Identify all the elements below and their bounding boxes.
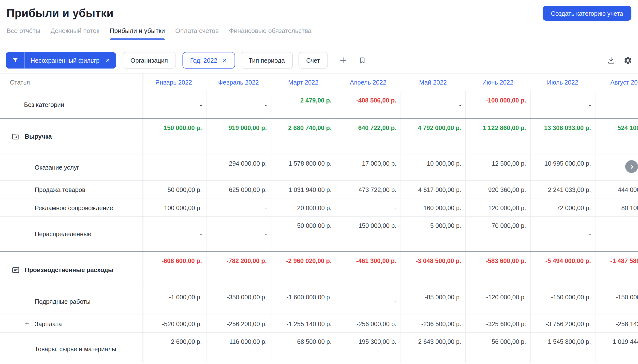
month-column-header[interactable]: Апрель 2022 xyxy=(336,79,401,86)
value-cell: 920 360,00 р. xyxy=(466,181,530,198)
month-column-header[interactable]: Февраль 2022 xyxy=(206,79,271,86)
scroll-right-button[interactable] xyxy=(625,160,638,173)
value-cell: -258 142,00 р. xyxy=(595,315,638,332)
value-cell: 17 000,00 р. xyxy=(336,154,401,180)
value-cell: 100 000,00 р. xyxy=(141,199,206,216)
value-cell: - xyxy=(141,91,206,118)
value-cell: -461 300,00 р. xyxy=(336,252,401,288)
value-cell: -408 506,00 р. xyxy=(336,91,401,118)
value-cell: 1 122 860,00 р. xyxy=(466,119,530,154)
unsaved-filter-chip[interactable]: Несохраненный фильтр xyxy=(6,52,116,68)
value-cell: 20 000,00 р. xyxy=(271,199,336,216)
row-label-cell: Выручка xyxy=(0,119,141,154)
month-column-header[interactable]: Июль 2022 xyxy=(530,79,595,86)
tab[interactable]: Все отчёты xyxy=(7,27,40,40)
table-row[interactable]: Продажа товаров50 000,00 р.625 000,00 р.… xyxy=(0,180,638,198)
value-cell: - xyxy=(336,288,401,314)
table-row[interactable]: Подрядные работы-1 000,00 р.-350 000,00 … xyxy=(0,288,638,314)
row-label: Нераспределенные xyxy=(35,230,91,238)
report-table: Статья Январь 2022Февраль 2022Март 2022А… xyxy=(0,74,638,363)
value-cell: -2 643 000,00 р. xyxy=(400,333,466,363)
month-column-header[interactable]: Март 2022 xyxy=(271,79,336,86)
value-cell: 473 722,00 р. xyxy=(336,181,401,198)
revenue-category-icon xyxy=(12,132,20,140)
value-cell: -2 960 020,00 р. xyxy=(271,252,336,288)
value-cell: -1 487 586,00 р. xyxy=(595,252,638,288)
organization-filter-button[interactable]: Организация xyxy=(123,52,176,68)
value-cell: 444 000,00 р. xyxy=(595,181,638,198)
value-cell: -1 019 444,00 р. xyxy=(595,333,638,363)
tab[interactable]: Финансовые обязательства xyxy=(229,27,311,40)
value-cell: - xyxy=(206,217,271,251)
value-cell: - xyxy=(141,217,206,251)
row-label: Подрядные работы xyxy=(35,298,90,305)
row-label-cell: Производственные расходы xyxy=(0,252,141,288)
page-header: Прибыли и убытки Создать категорию учета… xyxy=(0,0,638,40)
clear-year-filter-icon[interactable] xyxy=(222,58,227,63)
row-label-cell: Подрядные работы xyxy=(0,288,141,314)
row-label-cell: Товары, сырье и материалы xyxy=(0,333,141,363)
create-category-button[interactable]: Создать категорию учета xyxy=(542,6,631,21)
value-cell: -195 300,00 р. xyxy=(336,333,401,363)
remove-filter-icon[interactable] xyxy=(104,58,116,63)
row-label-cell: Без категории xyxy=(0,91,141,118)
value-cell: -583 600,00 р. xyxy=(466,252,530,288)
value-cell: -1 600 000,00 р. xyxy=(271,288,336,314)
filter-toolbar: Несохраненный фильтр Организация Год: 20… xyxy=(6,52,632,68)
value-cell: -3 756 200,00 р. xyxy=(530,315,595,332)
tab[interactable]: Оплата счетов xyxy=(175,27,219,40)
value-cell: -100 000,00 р. xyxy=(466,91,530,118)
value-cell: - xyxy=(530,91,595,118)
settings-gear-icon[interactable] xyxy=(624,56,632,65)
row-label: Производственные расходы xyxy=(25,266,113,273)
table-row[interactable]: Товары, сырье и материалы-2 600,00 р.-11… xyxy=(0,332,638,363)
value-cell: 524 100,00 р. xyxy=(595,119,638,154)
table-row[interactable]: Без категории--2 479,00 р.-408 506,00 р.… xyxy=(0,91,638,118)
value-cell xyxy=(595,91,638,118)
row-label: Зарплата xyxy=(35,320,62,328)
report-table-inner: Статья Январь 2022Февраль 2022Март 2022А… xyxy=(0,74,638,363)
value-cell: -1 255 140,00 р. xyxy=(271,315,336,332)
value-cell: 13 308 033,00 р. xyxy=(530,119,595,154)
bookmark-icon[interactable] xyxy=(358,56,366,64)
value-cell: 5 000,00 р. xyxy=(400,217,466,251)
row-label-cell: +Зарплата xyxy=(0,315,141,332)
profit-loss-report-page: Прибыли и убытки Создать категорию учета… xyxy=(0,0,638,364)
download-icon[interactable] xyxy=(607,56,616,64)
value-cell: - xyxy=(206,91,271,118)
account-filter-button[interactable]: Счет xyxy=(298,52,328,68)
filter-funnel-icon[interactable] xyxy=(6,52,25,68)
year-filter-chip[interactable]: Год: 2022 xyxy=(182,52,235,68)
value-cell: 72 000,00 р. xyxy=(530,199,595,216)
value-cell: 2 479,00 р. xyxy=(271,91,336,118)
table-row[interactable]: Оказание услуг-294 000,00 р.1 578 800,00… xyxy=(0,154,638,180)
value-cell: - xyxy=(400,91,466,118)
value-cell: -325 600,00 р. xyxy=(466,315,530,332)
value-cell: -116 000,00 р. xyxy=(206,333,271,363)
value-cell: - xyxy=(206,199,271,216)
month-column-header[interactable]: Май 2022 xyxy=(400,79,466,86)
value-cell: 640 722,00 р. xyxy=(336,119,401,154)
tab[interactable]: Денежный поток xyxy=(50,27,99,40)
unsaved-filter-label: Несохраненный фильтр xyxy=(25,57,104,64)
table-row[interactable]: Выручка150 000,00 р.919 000,00 р.2 680 7… xyxy=(0,118,638,154)
value-cell: 294 000,00 р. xyxy=(206,154,271,180)
expand-icon[interactable]: + xyxy=(25,320,35,328)
period-type-filter-button[interactable]: Тип периода xyxy=(241,52,292,68)
table-row[interactable]: Производственные расходы-608 600,00 р.-7… xyxy=(0,251,638,288)
month-column-header[interactable]: Август 2022 xyxy=(595,79,638,86)
value-cell: - xyxy=(141,154,206,180)
value-cell: -120 000,00 р. xyxy=(466,288,530,314)
page-title: Прибыли и убытки xyxy=(7,6,631,21)
value-cell: 50 000,00 р. xyxy=(271,217,336,251)
table-row[interactable]: Рекламное сопровождение100 000,00 р.-20 … xyxy=(0,198,638,216)
value-cell: 50 000,00 р. xyxy=(141,181,206,198)
table-row[interactable]: Нераспределенные--50 000,00 р.150 000,00… xyxy=(0,216,638,251)
value-cell: 4 792 000,00 р. xyxy=(400,119,466,154)
month-column-header[interactable]: Январь 2022 xyxy=(141,79,206,86)
table-row[interactable]: +Зарплата-520 000,00 р.-256 200,00 р.-1 … xyxy=(0,314,638,332)
tab[interactable]: Прибыли и убытки xyxy=(110,27,165,40)
month-column-header[interactable]: Июнь 2022 xyxy=(466,79,530,86)
value-cell: 10 995 000,00 р. xyxy=(530,154,595,180)
add-filter-icon[interactable] xyxy=(338,56,348,65)
